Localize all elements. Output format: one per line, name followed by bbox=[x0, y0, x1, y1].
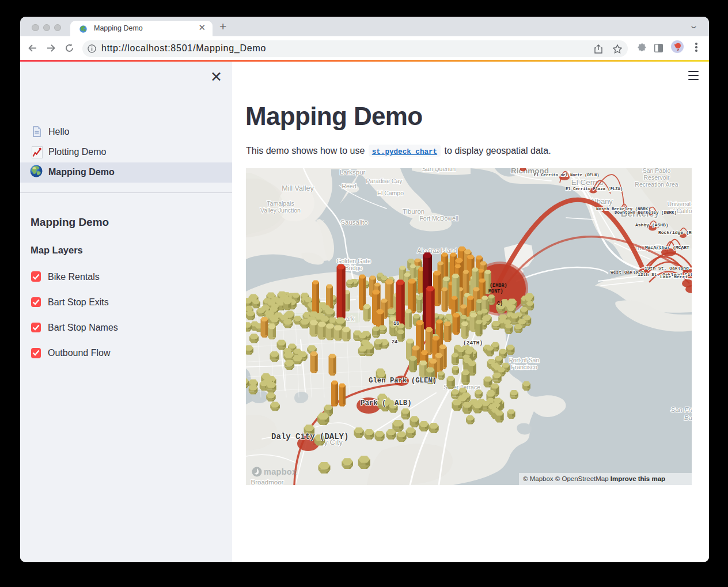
svg-text:Alcatraz Island: Alcatraz Island bbox=[418, 247, 457, 254]
svg-text:24: 24 bbox=[392, 339, 397, 345]
svg-text:El Campo: El Campo bbox=[377, 190, 404, 196]
svg-text:Recreation Area: Recreation Area bbox=[635, 181, 678, 188]
svg-text:Francisco: Francisco bbox=[511, 363, 537, 370]
svg-text:Broadmoor: Broadmoor bbox=[251, 479, 284, 485]
svg-text:San Fra: San Fra bbox=[671, 406, 692, 413]
svg-text:C): C) bbox=[497, 301, 503, 306]
svg-text:MacArthur (MCART: MacArthur (MCART bbox=[645, 245, 689, 250]
svg-text:MONT): MONT) bbox=[488, 289, 503, 294]
svg-text:Mill Valley: Mill Valley bbox=[282, 184, 314, 192]
svg-text:Ba: Ba bbox=[684, 414, 692, 421]
svg-text:Paradise Cay: Paradise Cay bbox=[366, 177, 403, 184]
svg-text:Golden Gate: Golden Gate bbox=[336, 257, 371, 264]
svg-text:Universit: Universit bbox=[668, 200, 691, 207]
svg-text:Glen Park (GLEN): Glen Park (GLEN) bbox=[369, 377, 437, 385]
svg-text:Ashby (ASHB): Ashby (ASHB) bbox=[635, 222, 669, 228]
svg-text:Reed: Reed bbox=[342, 183, 356, 190]
svg-text:Reservoir: Reservoir bbox=[644, 174, 670, 181]
svg-text:Port of San: Port of San bbox=[509, 357, 540, 363]
svg-text:San Quentin: San Quentin bbox=[422, 168, 456, 172]
svg-text:16: 16 bbox=[393, 321, 399, 327]
svg-text:Lake Merri: Lake Merri bbox=[660, 274, 688, 279]
svg-text:El Cerrito Plaza (PLZA): El Cerrito Plaza (PLZA) bbox=[566, 187, 623, 191]
svg-text:(EMBR): (EMBR) bbox=[490, 283, 507, 289]
svg-text:Park ( ALB): Park ( ALB) bbox=[361, 399, 412, 407]
svg-text:Downtown Berkeley (DBRK): Downtown Berkeley (DBRK) bbox=[615, 210, 677, 215]
svg-text:Daly City (DALY): Daly City (DALY) bbox=[271, 432, 348, 441]
svg-text:El Cerrito del Norte (DELN): El Cerrito del Norte (DELN) bbox=[534, 173, 599, 177]
svg-text:Tamalpais: Tamalpais bbox=[267, 200, 294, 207]
svg-text:(24TH): (24TH) bbox=[463, 340, 483, 346]
svg-text:Bridge: Bridge bbox=[345, 264, 363, 271]
svg-text:Rockridge (RO: Rockridge (RO bbox=[658, 230, 692, 235]
svg-text:Tiburon: Tiburon bbox=[403, 208, 425, 215]
svg-text:Fort McDowell: Fort McDowell bbox=[419, 215, 458, 222]
svg-text:© Mapbox © OpenStreetMap Impro: © Mapbox © OpenStreetMap Improve this ma… bbox=[523, 475, 665, 482]
svg-text:19th St. Oakland: 19th St. Oakland bbox=[644, 266, 689, 271]
svg-text:Sausalito: Sausalito bbox=[340, 219, 367, 226]
svg-text:Valley Junction: Valley Junction bbox=[260, 207, 301, 214]
svg-text:mapbox: mapbox bbox=[264, 467, 297, 476]
svg-text:Larkspur: Larkspur bbox=[340, 169, 366, 176]
svg-text:San Pablo: San Pablo bbox=[643, 168, 671, 174]
